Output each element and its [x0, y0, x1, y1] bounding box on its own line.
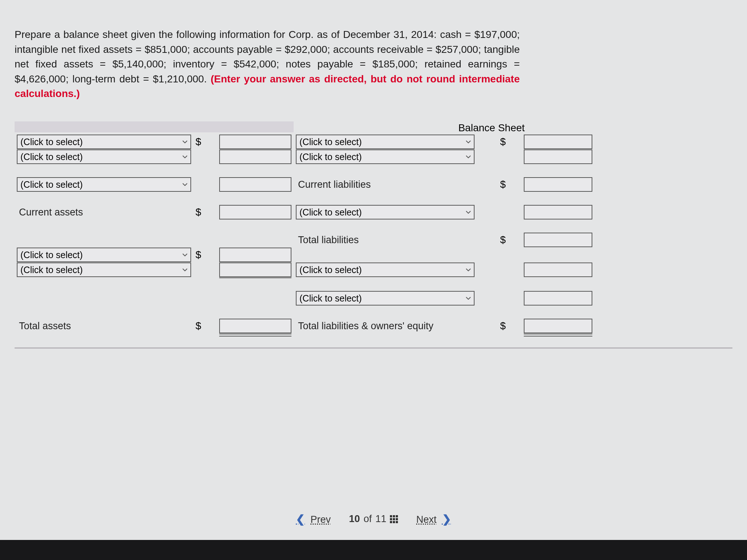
liability-amount-3[interactable]	[524, 205, 592, 219]
liability-select-3[interactable]: (Click to select)	[296, 205, 475, 219]
asset-amount-3[interactable]	[219, 177, 291, 192]
prev-label: Prev	[310, 514, 331, 525]
total-assets-amount[interactable]	[219, 319, 291, 333]
dollar-sign: $	[193, 320, 217, 332]
liability-amount-2[interactable]	[524, 149, 592, 164]
asset-amount-5[interactable]	[219, 262, 291, 277]
liability-select-1[interactable]: (Click to select)	[296, 135, 475, 149]
dollar-sign: $	[193, 206, 217, 218]
liability-amount-1[interactable]	[524, 135, 592, 149]
dollar-sign: $	[498, 179, 522, 190]
dollar-sign: $	[498, 320, 522, 332]
asset-amount-4[interactable]	[219, 248, 291, 262]
asset-select-3[interactable]: (Click to select)	[17, 177, 191, 192]
total-pages: 11	[375, 513, 386, 525]
equity-amount-1[interactable]	[524, 262, 592, 277]
current-assets-label: Current assets	[15, 207, 193, 218]
pagination-footer: ❮ Prev 10 of 11 Next ❯	[0, 513, 747, 525]
of-label: of	[364, 513, 372, 525]
equity-select-2[interactable]: (Click to select)	[296, 291, 475, 306]
current-liabilities-label: Current liabilities	[294, 179, 498, 190]
total-liab-equity-label: Total liabilities & owners' equity	[294, 320, 498, 332]
asset-select-5[interactable]: (Click to select)	[17, 262, 191, 277]
total-liab-amount[interactable]	[524, 233, 592, 247]
page-counter: 10 of 11	[349, 513, 398, 525]
prev-button[interactable]: ❮ Prev	[296, 513, 331, 525]
next-label: Next	[416, 514, 437, 525]
divider	[15, 347, 732, 349]
dollar-sign: $	[498, 136, 522, 148]
asset-amount-1[interactable]	[219, 135, 291, 149]
current-page: 10	[349, 513, 360, 525]
total-liabilities-label: Total liabilities	[294, 234, 498, 246]
next-button[interactable]: Next ❯	[416, 513, 451, 525]
chevron-left-icon: ❮	[296, 513, 305, 525]
dollar-sign: $	[193, 249, 217, 261]
equity-amount-2[interactable]	[524, 291, 592, 306]
grid-icon[interactable]	[390, 515, 398, 523]
total-assets-label: Total assets	[15, 320, 193, 332]
equity-select-1[interactable]: (Click to select)	[296, 262, 475, 277]
sheet-title: Balance Sheet	[294, 121, 689, 135]
current-liab-amount[interactable]	[524, 177, 592, 192]
liability-select-2[interactable]: (Click to select)	[296, 149, 475, 164]
dollar-sign: $	[193, 136, 217, 148]
current-assets-amount[interactable]	[219, 205, 291, 219]
chevron-right-icon: ❯	[442, 513, 451, 525]
asset-select-2[interactable]: (Click to select)	[17, 149, 191, 164]
dollar-sign: $	[498, 234, 522, 246]
balance-sheet-table: Balance Sheet (Click to select) $ (Click…	[15, 121, 689, 337]
question-prompt: Prepare a balance sheet given the follow…	[15, 27, 520, 101]
total-liab-equity-amount[interactable]	[524, 319, 592, 333]
asset-select-4[interactable]: (Click to select)	[17, 248, 191, 262]
asset-select-1[interactable]: (Click to select)	[17, 135, 191, 149]
asset-amount-2[interactable]	[219, 149, 291, 164]
